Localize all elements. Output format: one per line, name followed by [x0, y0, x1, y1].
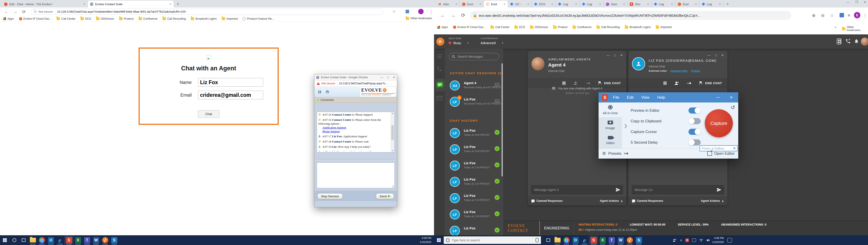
bookmark-item[interactable]: Call Center	[57, 17, 75, 20]
canned-responses-button[interactable]: Canned Responses	[632, 199, 663, 203]
tab-close-icon[interactable]: ×	[479, 2, 481, 6]
menu-item[interactable]: File	[613, 95, 619, 100]
open-editor-button[interactable]: Open Editor	[707, 151, 735, 156]
transfer-icon[interactable]	[586, 81, 590, 85]
bookmark-item[interactable]: Evolve IP Cloud Das...	[453, 26, 486, 29]
send-icon[interactable]	[616, 187, 620, 192]
panel-minimize-icon[interactable]: —	[607, 54, 610, 57]
scroll-up-icon[interactable]: ▲	[391, 113, 395, 115]
bookmark-star-icon[interactable]: ☆	[830, 13, 834, 18]
capture-button[interactable]: Capture	[705, 109, 733, 137]
popup-titlebar[interactable]: Evolve Contact Suite - Google Chrome — □…	[314, 74, 397, 81]
bookmark-item[interactable]: Product Feature Re...	[243, 17, 274, 20]
taskbar-search[interactable]	[444, 236, 541, 244]
snagit-minimize-icon[interactable]: —	[716, 95, 720, 99]
customer-mng-link[interactable]: Customer Mng.	[671, 69, 688, 72]
bookmark-item[interactable]: Call Recording	[162, 17, 186, 20]
message-input[interactable]	[634, 188, 717, 192]
browser-tab[interactable]: Log ×	[700, 1, 723, 7]
history-item[interactable]: LF Liz Fox Today at 3:06 PM EST ✓	[445, 125, 503, 142]
browser-tab[interactable]: Evol ×	[460, 1, 484, 7]
profile-avatar[interactable]: E	[854, 12, 860, 18]
end-chat-button[interactable]: END CHAT	[699, 81, 722, 85]
send-icon[interactable]	[717, 187, 721, 192]
bookmark-item[interactable]: Broadsoft Logins	[625, 26, 651, 29]
window-restore-icon[interactable]: ❐	[855, 0, 858, 4]
taskbar-clock[interactable]: 4:08 PM 1/16/2020	[420, 236, 434, 244]
chats-tab-active[interactable]	[435, 78, 445, 92]
address-bar[interactable]: 🔒 ecs-awc-dev01.evolveip.net/chats?jwt=e…	[470, 11, 791, 20]
history-item[interactable]: LF Liz Fox Today at 2:16 PM EST ✓	[445, 174, 503, 190]
bookmark-item[interactable]: ECS	[515, 26, 525, 29]
tab-close-icon[interactable]: ×	[84, 2, 85, 6]
panel-close-icon[interactable]: ✕	[721, 54, 724, 57]
start-button[interactable]	[437, 238, 441, 242]
menu-item[interactable]: Help	[657, 95, 665, 100]
tab-close-icon[interactable]: ×	[551, 2, 553, 6]
presets-gear-icon[interactable]: ⚙	[602, 151, 606, 156]
volume-icon[interactable]	[706, 239, 710, 242]
bookmark-item[interactable]: Imported	[222, 17, 238, 20]
padlock-icon[interactable]: 🔒	[473, 13, 477, 18]
message-input[interactable]	[534, 188, 616, 192]
back-icon[interactable]: ←	[4, 9, 8, 14]
load-allowance-control[interactable]: Load Allowance Advanced▼	[480, 37, 504, 45]
message-option-link[interactable]: Application Support	[322, 126, 390, 130]
bookmark-item[interactable]: Product	[553, 26, 567, 29]
taskbar-teams[interactable]	[607, 236, 616, 245]
add-participant-icon[interactable]	[573, 81, 578, 85]
taskbar-outlook[interactable]	[46, 236, 55, 245]
reading-list-icon[interactable]: ≡	[848, 13, 850, 18]
back-icon[interactable]: ←	[440, 12, 445, 18]
taskbar-clock[interactable]: 4:08 PM 1/16/2020	[712, 236, 726, 244]
tray-expand-icon[interactable]: ∧	[680, 239, 682, 242]
email-field[interactable]	[198, 91, 263, 99]
zoom-in-icon[interactable]: ⊕	[812, 13, 815, 18]
browser-tab[interactable]: Log ×	[556, 1, 580, 7]
panel-minimize-icon[interactable]: —	[708, 54, 710, 57]
window-minimize-icon[interactable]: —	[846, 0, 849, 4]
save-icon[interactable]	[318, 90, 322, 94]
popup-close-icon[interactable]: ✕	[393, 76, 395, 79]
call-pull-icon[interactable]	[845, 38, 851, 44]
new-tab-button[interactable]: +	[725, 1, 731, 7]
dialpad-icon[interactable]	[837, 38, 841, 44]
start-button[interactable]	[3, 238, 7, 242]
browser-tab[interactable]: Shu ×	[627, 1, 651, 7]
forward-icon[interactable]: →	[13, 9, 18, 14]
info-icon[interactable]: ⓘ	[34, 10, 37, 14]
popup-minimize-icon[interactable]: —	[380, 76, 383, 79]
chat-button[interactable]: Chat	[198, 110, 219, 118]
wifi-icon[interactable]	[699, 239, 703, 242]
bookmark-star-icon[interactable]: ☆	[393, 9, 396, 13]
history-item[interactable]: LF Liz Fox ✓	[445, 223, 503, 235]
dashboard-icon[interactable]	[436, 53, 443, 60]
hotkey-input[interactable]	[702, 146, 732, 150]
people-tray-icon[interactable]	[673, 239, 677, 242]
taskbar-ie[interactable]	[55, 236, 64, 245]
menu-kebab-icon[interactable]: ⋮	[429, 9, 433, 14]
transfer-icon[interactable]	[687, 81, 691, 85]
other-bookmarks[interactable]: Other bookmarks	[406, 17, 432, 20]
scroll-down-icon[interactable]: ▼	[391, 150, 395, 152]
tab-close-icon[interactable]: ×	[695, 2, 697, 6]
setting-toggle[interactable]	[688, 140, 701, 146]
stop-session-button[interactable]: Stop Session	[317, 193, 343, 199]
browser-tab[interactable]: Evol ×	[484, 1, 508, 7]
hold-icon[interactable]	[664, 82, 666, 85]
tab-close-icon[interactable]: ×	[647, 2, 649, 6]
taskbar-chrome[interactable]	[37, 236, 46, 245]
bookmark-item[interactable]: Evolve IP Cloud Das...	[19, 17, 52, 20]
taskbar-teams[interactable]	[83, 236, 92, 245]
bookmark-item[interactable]: Confluence	[572, 26, 592, 29]
menu-kebab-icon[interactable]: ⋮	[863, 13, 867, 18]
send-button[interactable]: Send	[376, 193, 394, 199]
history-item[interactable]: LF Liz Fox Today at 3:04 PM EST ✓	[445, 142, 503, 158]
tray-snagit-icon[interactable]: S	[685, 239, 689, 242]
capture-mode-tab[interactable]: All-in-One	[598, 102, 622, 118]
agent-state-control[interactable]: Agent State Busy▼	[448, 37, 469, 45]
presets-label[interactable]: Presets	[608, 151, 621, 156]
bookmark-item[interactable]: OSSmosis	[96, 17, 114, 20]
message-option-link[interactable]: Phone Support	[322, 130, 390, 133]
new-tab-button[interactable]: +	[175, 1, 181, 7]
